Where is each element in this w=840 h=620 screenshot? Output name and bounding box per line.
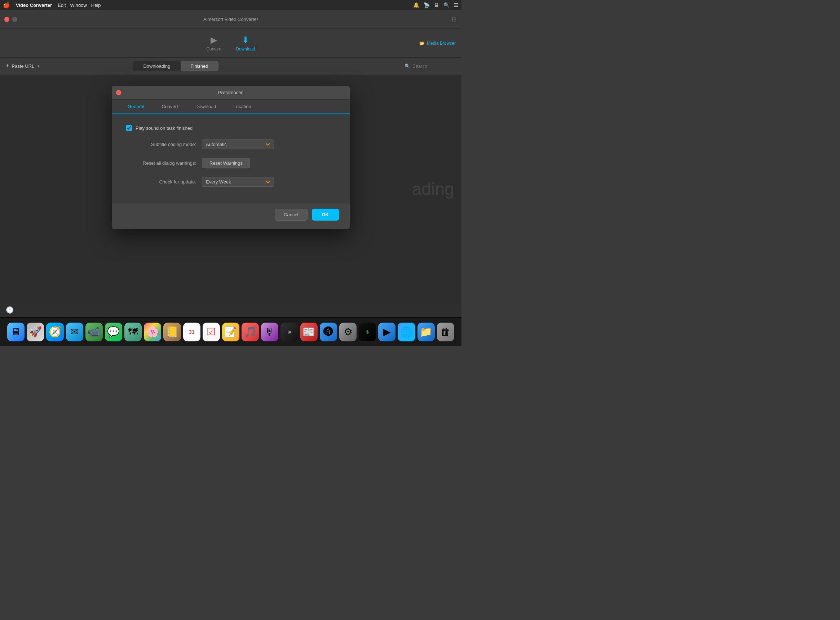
subtitle-coding-row: Subtitle coding mode: Automatic UTF-8 UT… [126, 140, 335, 149]
app-name: Video Converter [16, 3, 52, 8]
tab-download[interactable]: ⬇ Download [236, 35, 255, 51]
toolbar: + Paste URL ▼ Downloading Finished 🔍 [0, 58, 461, 75]
dock-mail[interactable]: ✉ [66, 323, 83, 342]
dock-messages[interactable]: 💬 [105, 323, 122, 342]
bottom-bar: 🕐 [0, 303, 461, 317]
notification-icon[interactable]: 🔔 [413, 2, 419, 8]
ok-button[interactable]: OK [312, 209, 339, 221]
dock-quicktime[interactable]: ▶ [378, 323, 396, 342]
menu-edit[interactable]: Edit [58, 3, 66, 8]
messages-icon: 💬 [107, 326, 120, 338]
cancel-button[interactable]: Cancel [275, 209, 307, 221]
reset-warnings-label: Reset all dialog warnings: [126, 160, 202, 166]
dock-podcasts[interactable]: 🎙 [261, 323, 278, 342]
launchpad-icon: 🚀 [29, 326, 42, 338]
tab-convert[interactable]: ▶ Convert [206, 35, 221, 51]
play-sound-checkbox[interactable] [126, 125, 132, 131]
dock-music[interactable]: 🎵 [242, 323, 259, 342]
menubar: 🍎 Video Converter Edit Window Help 🔔 📡 🖥… [0, 0, 461, 10]
download-label: Download [236, 47, 255, 51]
menu-help[interactable]: Help [91, 3, 101, 8]
dock-system-preferences[interactable]: ⚙ [339, 323, 357, 342]
dialog-close-button[interactable] [116, 90, 121, 95]
finished-tab[interactable]: Finished [181, 61, 218, 71]
dock-finder[interactable]: 🖥 [7, 323, 24, 342]
apple-menu[interactable]: 🍎 [3, 2, 10, 9]
news-icon: 📰 [303, 326, 315, 338]
dock-photos[interactable]: 🌸 [144, 323, 161, 342]
dock-maps[interactable]: 🗺 [124, 323, 142, 342]
traffic-lights [5, 17, 17, 22]
modal-overlay[interactable]: Preferences General Convert Download Loc… [0, 75, 461, 303]
dock-news[interactable]: 📰 [300, 323, 318, 342]
convert-icon: ▶ [211, 35, 217, 45]
dock-files[interactable]: 📁 [417, 323, 435, 342]
minimize-button[interactable] [12, 17, 17, 22]
settings-icon: ⚙ [343, 326, 352, 338]
dock-browser[interactable]: 🌐 [397, 323, 415, 342]
appstore-icon: 🅐 [324, 326, 333, 338]
dock-reminders[interactable]: ☑ [203, 323, 220, 342]
pref-tab-location[interactable]: Location [225, 99, 260, 114]
dock-contacts[interactable]: 📒 [163, 323, 181, 342]
dialog-title: Preferences [218, 90, 243, 95]
subtitle-coding-select[interactable]: Automatic UTF-8 UTF-16 ISO-8859-1 [202, 140, 274, 149]
dock-safari[interactable]: 🧭 [46, 323, 63, 342]
subtitle-coding-label: Subtitle coding mode: [126, 141, 202, 147]
dock-facetime[interactable]: 📹 [86, 323, 103, 342]
dock-trash[interactable]: 🗑 [437, 323, 454, 342]
check-update-label: Check for update: [126, 179, 202, 185]
appletv-icon: tv [288, 329, 291, 334]
convert-label: Convert [206, 47, 221, 51]
dock-calendar[interactable]: 31 [183, 323, 200, 342]
display-icon[interactable]: 🖥 [434, 2, 439, 8]
titlebar: Aimersoft Video Converter ⊡ [0, 10, 461, 29]
photos-icon: 🌸 [146, 326, 159, 338]
downloading-tab[interactable]: Downloading [133, 61, 180, 71]
facetime-icon: 📹 [87, 326, 100, 338]
media-browser-icon: 📂 [419, 41, 425, 46]
safari-icon: 🧭 [49, 326, 61, 338]
reset-warnings-button[interactable]: Reset Warnings [202, 158, 250, 169]
dock: 🖥 🚀 🧭 ✉ 📹 💬 🗺 🌸 📒 31 ☑ 📝 🎵 🎙 tv 📰 🅐 ⚙ $ … [0, 317, 461, 346]
check-update-row: Check for update: Every Day Every Week E… [126, 177, 335, 187]
pref-tab-download[interactable]: Download [187, 99, 225, 114]
dropdown-arrow-icon[interactable]: ▼ [36, 64, 40, 68]
paste-url-button[interactable]: + Paste URL ▼ [6, 62, 40, 70]
cast-icon[interactable]: 📡 [424, 2, 430, 8]
dialog-titlebar: Preferences [112, 86, 350, 99]
app-window: Aimersoft Video Converter ⊡ ▶ Convert ⬇ … [0, 10, 461, 317]
plus-icon: + [6, 62, 10, 70]
mail-icon: ✉ [70, 326, 78, 338]
pref-tab-general[interactable]: General [119, 99, 153, 114]
play-sound-label: Play sound on task finished [135, 125, 193, 131]
dock-appstore[interactable]: 🅐 [320, 323, 337, 342]
history-icon[interactable]: 🕐 [6, 306, 14, 314]
menu-window[interactable]: Window [70, 3, 87, 8]
download-tabs: Downloading Finished [133, 61, 218, 71]
search-icon[interactable]: 🔍 [443, 2, 450, 8]
close-button[interactable] [5, 17, 9, 22]
dock-notes[interactable]: 📝 [222, 323, 239, 342]
pref-tab-convert[interactable]: Convert [153, 99, 187, 114]
download-icon: ⬇ [242, 35, 249, 45]
dock-terminal[interactable]: $ [359, 323, 376, 342]
notes-icon: 📝 [224, 326, 237, 338]
files-icon: 📁 [420, 326, 432, 338]
control-center-icon[interactable]: ☰ [454, 2, 459, 8]
fullscreen-icon[interactable]: ⊡ [452, 16, 456, 23]
dock-launchpad[interactable]: 🚀 [27, 323, 44, 342]
quicktime-icon: ▶ [383, 326, 391, 338]
dialog-footer: Cancel OK [112, 203, 350, 229]
paste-url-label: Paste URL [12, 63, 35, 69]
nav-tabs: ▶ Convert ⬇ Download 📂 Media Browser [0, 29, 461, 58]
check-update-select[interactable]: Every Day Every Week Every Month Never [202, 177, 274, 187]
search-area: 🔍 [405, 63, 456, 69]
dock-appletv[interactable]: tv [280, 323, 298, 342]
reminders-icon: ☑ [206, 326, 215, 338]
trash-icon: 🗑 [441, 326, 451, 338]
search-icon: 🔍 [405, 63, 410, 69]
browser-icon: 🌐 [400, 326, 413, 338]
media-browser-button[interactable]: 📂 Media Browser [419, 41, 456, 46]
search-input[interactable] [412, 63, 456, 69]
